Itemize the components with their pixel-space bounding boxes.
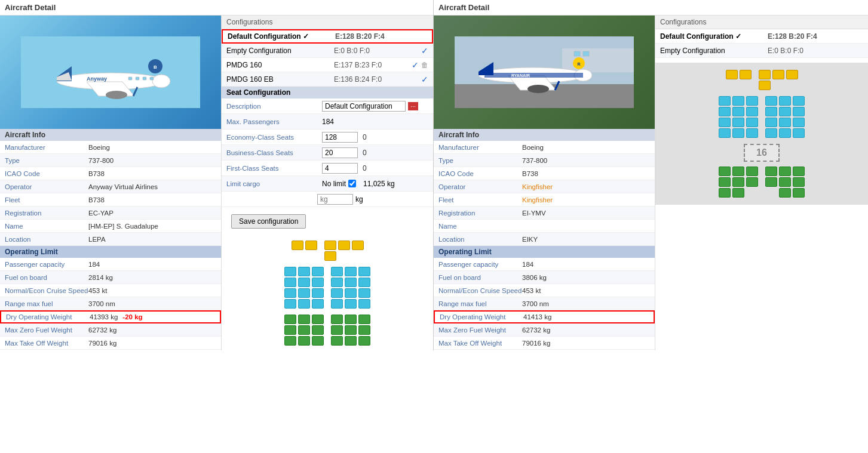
left-seat-g3f <box>358 336 370 346</box>
right-seat-b1a <box>726 70 738 79</box>
left-seat-g2b <box>298 325 310 335</box>
left-seat-b1a <box>292 241 303 250</box>
svg-rect-10 <box>143 77 146 80</box>
svg-text:B: B <box>154 64 157 70</box>
left-field-operator: Operator Anyway Virtual Airlines <box>0 180 221 193</box>
right-empty-config-row[interactable]: Empty Configuration E:0 B:0 F:0 <box>655 44 868 58</box>
left-field-location: Location LEPA <box>0 233 221 246</box>
left-seat-g1b <box>298 315 310 324</box>
left-seat-e3a <box>284 288 296 298</box>
left-default-config-row[interactable]: Default Configuration ✓ E:128 B:20 F:4 <box>222 29 433 44</box>
left-field-fleet: Fleet B738 <box>0 193 221 207</box>
svg-text:Anyway: Anyway <box>87 76 107 82</box>
right-seat-e1 <box>726 81 738 90</box>
left-empty-check-icon[interactable]: ✓ <box>421 46 428 56</box>
right-pax-capacity: Passenger capacity 184 <box>434 258 655 271</box>
right-seat-b1b <box>740 70 752 79</box>
right-range-fuel: Range max fuel 3700 nm <box>434 297 655 310</box>
svg-text:R: R <box>577 62 580 66</box>
right-seat-b1e <box>786 70 798 79</box>
left-pmdg160eb-code: E:136 B:24 F:0 <box>334 75 421 84</box>
left-cargo-checkbox-row: No limit 11,025 kg <box>322 180 395 188</box>
left-empty-config-icons: ✓ <box>421 46 428 56</box>
left-pmdg160eb-icons: ✓ <box>421 75 428 84</box>
left-seat-g1d <box>331 315 343 324</box>
right-operating-limit-header: Operating Limit <box>434 246 655 258</box>
left-business-diff: 0 <box>363 149 367 157</box>
left-pax-capacity: Passenger capacity 184 <box>0 258 221 271</box>
left-seat-e1c <box>312 267 324 276</box>
left-description-input[interactable] <box>322 101 406 112</box>
left-cargo-row: Limit cargo No limit 11,025 kg <box>222 176 433 192</box>
left-seat-e4f <box>358 299 370 309</box>
left-description-btn[interactable]: ··· <box>408 102 418 110</box>
left-seat-g3c <box>312 336 324 346</box>
right-max-zero-fuel: Max Zero Fuel Weight 62732 kg <box>434 323 655 337</box>
left-seat-e2c <box>312 278 324 287</box>
left-max-zero-fuel: Max Zero Fuel Weight 62732 kg <box>0 323 221 337</box>
right-default-config-row[interactable]: Default Configuration ✓ E:128 B:20 F:4 <box>655 29 868 44</box>
right-panel: Aircraft Detail <box>434 0 868 350</box>
right-plane-svg: RYANAIR R <box>455 36 634 108</box>
left-first-input[interactable] <box>322 163 358 174</box>
right-seat-row-b2 <box>726 81 798 90</box>
left-seat-g1f <box>358 315 370 324</box>
left-cargo-checkbox[interactable] <box>348 180 356 187</box>
left-cargo-unit: kg <box>355 195 363 204</box>
left-pmdg160eb-row[interactable]: PMDG 160 EB E:136 B:24 F:0 ✓ <box>222 72 433 87</box>
left-seat-g2a <box>284 325 296 335</box>
left-seat-empty1 <box>292 251 303 261</box>
left-seat-g2e <box>345 325 357 335</box>
left-seat-g3b <box>298 336 310 346</box>
left-pmdg160-delete-icon[interactable]: 🗑 <box>421 61 428 69</box>
left-economy-input[interactable] <box>322 132 358 143</box>
left-field-type: Type 737-800 <box>0 154 221 167</box>
left-seat-e3d <box>331 288 343 298</box>
right-cruise-speed: Normal/Econ Cruise Speed 453 kt <box>434 284 655 297</box>
left-cargo-no-limit-label: No limit <box>322 180 346 188</box>
left-seat-b1c <box>324 241 336 250</box>
right-field-operator: Operator Kingfisher <box>434 180 655 193</box>
left-seat-b2c <box>324 251 336 261</box>
right-config-header: Configurations <box>655 16 868 29</box>
right-empty-config-name: Empty Configuration <box>660 47 768 55</box>
left-empty-config-row[interactable]: Empty Configuration E:0 B:0 F:0 ✓ <box>222 44 433 58</box>
left-seat-g2d <box>331 325 343 335</box>
left-seat-e1d <box>331 267 343 276</box>
right-seat-e3 <box>772 81 784 90</box>
left-seat-e3c <box>312 288 324 298</box>
left-field-name: Name [HM-EP] S. Guadalupe <box>0 220 221 233</box>
left-seat-e2e <box>345 278 357 287</box>
left-max-pax-row: Max. Passengers 184 <box>222 114 433 130</box>
left-cargo-kg-row: kg <box>222 192 433 207</box>
right-seat-row-gc1 <box>719 167 805 176</box>
left-seat-b1b <box>305 241 317 250</box>
left-image-placeholder: B Anyway <box>0 16 221 129</box>
svg-rect-8 <box>128 77 132 80</box>
left-cargo-kg-input[interactable] <box>317 194 353 205</box>
left-aircraft-image: B Anyway <box>0 16 221 129</box>
right-seat-row-b1 <box>726 70 798 79</box>
left-pmdg160eb-check-icon[interactable]: ✓ <box>421 75 428 84</box>
left-cruise-speed: Normal/Econ Cruise Speed 453 kt <box>0 284 221 297</box>
left-default-config-name: Default Configuration ✓ <box>228 32 335 41</box>
left-empty-config-code: E:0 B:0 F:0 <box>334 47 421 55</box>
left-save-config-btn[interactable]: Save configuration <box>231 214 306 229</box>
left-pmdg160-check-icon[interactable]: ✓ <box>412 60 419 70</box>
left-seat-e4b <box>298 299 310 309</box>
right-panel-title: Aircraft Detail <box>434 0 868 16</box>
left-business-input[interactable] <box>322 147 358 158</box>
left-pmdg160-row[interactable]: PMDG 160 E:137 B:23 F:0 ✓ 🗑 <box>222 58 433 72</box>
left-seat-e1f <box>358 267 370 276</box>
right-seat-row-ec3 <box>719 118 805 127</box>
left-seat-row-e1 <box>284 267 370 276</box>
svg-point-24 <box>527 85 549 93</box>
right-max-takeoff: Max Take Off Weight 79016 kg <box>434 337 655 350</box>
right-seat-row-ec4 <box>719 128 805 138</box>
svg-rect-9 <box>136 77 139 80</box>
right-seat-row-ec2 <box>719 107 805 116</box>
right-seat-b2c <box>759 81 771 90</box>
left-seat-row-e2 <box>284 278 370 287</box>
left-seat-g3d <box>331 336 343 346</box>
svg-point-2 <box>152 75 170 88</box>
